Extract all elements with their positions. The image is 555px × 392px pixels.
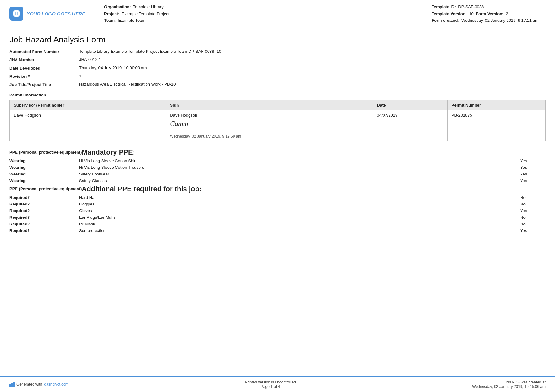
ppe-item-value: No [520, 222, 546, 226]
ppe-item-value: Yes [520, 208, 546, 213]
ppe-mandatory-heading-text: Mandatory PPE: [82, 148, 135, 156]
bar-chart-icon [9, 382, 15, 387]
form-version-label: Form Version: [476, 11, 503, 16]
revision-row: Revision # 1 [9, 74, 546, 79]
ppe-mandatory-label: PPE (Personal protective equipment) [9, 150, 82, 155]
page-label: Page 1 [261, 384, 273, 389]
ppe-additional-label: PPE (Personal protective equipment) [9, 187, 82, 191]
team-label: Team: [104, 18, 116, 23]
jha-number-label: JHA Number [9, 57, 79, 62]
version-line: Template Version: 10 Form Version: 2 [432, 11, 546, 17]
permit-col-number: Permit Number [447, 100, 545, 110]
ppe-item-value: No [520, 195, 546, 200]
jha-number-value: JHA-0012-1 [79, 57, 546, 62]
form-created-line: Form created: Wednesday, 02 January 2019… [432, 17, 546, 24]
sign-name: Dave Hodgson [170, 113, 197, 118]
ppe-additional-item: Required? Sun protection Yes [9, 228, 546, 233]
template-version-label: Template Version: [432, 11, 467, 16]
revision-label: Revision # [9, 74, 79, 79]
footer-center: Printed version is uncontrolled Page 1 o… [245, 380, 296, 389]
permit-table-header-row: Supervisor (Permit holder) Sign Date Per… [10, 100, 546, 110]
ppe-additional-heading-row: PPE (Personal protective equipment) Addi… [9, 185, 546, 193]
ppe-additional-heading-text: Additional PPE required for this job: [82, 185, 202, 193]
signature: Camm [170, 119, 369, 128]
automated-form-label: Automated Form Number [9, 49, 79, 54]
ppe-item-name: Ear Plugs/Ear Muffs [79, 215, 520, 220]
ppe-item-value: Yes [520, 178, 546, 183]
date-developed-row: Date Developed Thursday, 04 July 2019, 1… [9, 65, 546, 70]
job-title-value: Hazardous Area Electrical Rectification … [79, 82, 546, 87]
ppe-additional-item: Required? Ear Plugs/Ear Muffs No [9, 215, 546, 220]
permit-section-title: Permit Information [9, 93, 546, 97]
ppe-item-value: No [520, 215, 546, 220]
ppe-item-label: Wearing [9, 172, 79, 176]
permit-cell-number: PB-201875 [447, 110, 545, 141]
print-notice: Printed version is uncontrolled [245, 380, 296, 384]
org-label: Organisation: [104, 4, 131, 9]
ppe-mandatory-item: Wearing Hi Vis Long Sleeve Cotton Trouse… [9, 165, 546, 170]
ppe-mandatory-heading: Mandatory PPE: [82, 148, 546, 156]
ppe-additional-item: Required? Hard Hat No [9, 195, 546, 200]
page-footer: Generated with dashpivot.com Printed ver… [0, 376, 555, 392]
date-developed-label: Date Developed [9, 65, 79, 70]
ppe-item-value: Yes [520, 172, 546, 176]
page-number: Page 1 of 4 [245, 384, 296, 389]
ppe-item-name: Gloves [79, 208, 520, 213]
logo-icon [9, 7, 23, 21]
logo-text: YOUR LOGO GOES HERE [27, 11, 85, 16]
template-id-label: Template ID: [432, 4, 456, 9]
ppe-item-name: Hard Hat [79, 195, 520, 200]
ppe-additional-item: Required? Goggles No [9, 202, 546, 206]
org-value: Template Library [133, 4, 164, 9]
date-developed-value: Thursday, 04 July 2019, 10:00:00 am [79, 65, 546, 70]
team-line: Team: Example Team [104, 17, 425, 24]
ppe-item-name: Safety Footwear [79, 172, 520, 176]
header-org: Organisation: Template Library Project: … [91, 4, 425, 24]
dashpivot-link[interactable]: dashpivot.com [44, 382, 68, 387]
automated-form-row: Automated Form Number Template Library-E… [9, 49, 546, 54]
ppe-item-name: Sun protection [79, 228, 520, 233]
ppe-item-label: Wearing [9, 165, 79, 170]
ppe-item-value: Yes [520, 158, 546, 163]
ppe-item-label: Required? [9, 208, 79, 213]
template-version-value: 10 [469, 11, 473, 16]
form-version-value: 2 [506, 11, 508, 16]
ppe-item-name: Hi Vis Long Sleeve Cotton Trousers [79, 165, 520, 170]
ppe-mandatory-heading-row: PPE (Personal protective equipment) Mand… [9, 148, 546, 156]
permit-col-sign: Sign [166, 100, 373, 110]
ppe-item-name: Safety Glasses [79, 178, 520, 183]
logo-svg [12, 9, 21, 18]
ppe-item-label: Required? [9, 195, 79, 200]
template-id-value: DP-SAF-0038 [458, 4, 484, 9]
form-created-value: Wednesday, 02 January 2019, 9:17:11 am [461, 18, 539, 23]
project-label: Project: [104, 11, 119, 16]
automated-form-value: Template Library-Example Template Projec… [79, 49, 546, 54]
revision-value: 1 [79, 74, 546, 78]
ppe-item-name: Goggles [79, 202, 520, 206]
jha-number-row: JHA Number JHA-0012-1 [9, 57, 546, 62]
ppe-mandatory-items: Wearing Hi Vis Long Sleeve Cotton Shirt … [9, 158, 546, 183]
ppe-additional-section: PPE (Personal protective equipment) Addi… [9, 185, 546, 233]
ppe-mandatory-section: PPE (Personal protective equipment) Mand… [9, 148, 546, 183]
page-title: Job Hazard Analysis Form [9, 35, 546, 45]
project-line: Project: Example Template Project [104, 11, 425, 17]
ppe-additional-item: Required? Gloves Yes [9, 208, 546, 213]
logo-area: YOUR LOGO GOES HERE [9, 4, 85, 24]
ppe-item-value: Yes [520, 228, 546, 233]
ppe-item-label: Required? [9, 222, 79, 226]
ppe-item-name: Hi Vis Long Sleeve Cotton Shirt [79, 158, 520, 163]
pdf-created-label: This PDF was created at [472, 380, 546, 384]
template-id-line: Template ID: DP-SAF-0038 [432, 4, 546, 10]
permit-cell-supervisor: Dave Hodgson [10, 110, 166, 141]
team-value: Example Team [118, 18, 146, 23]
ppe-item-label: Required? [9, 215, 79, 220]
ppe-item-name: P2 Mask [79, 222, 520, 226]
job-title-row: Job Title/Project Title Hazardous Area E… [9, 82, 546, 87]
ppe-mandatory-item: Wearing Safety Glasses Yes [9, 178, 546, 183]
permit-cell-date: 04/07/2019 [373, 110, 448, 141]
ppe-mandatory-item: Wearing Safety Footwear Yes [9, 172, 546, 176]
ppe-additional-item: Required? P2 Mask No [9, 222, 546, 226]
org-line: Organisation: Template Library [104, 4, 425, 10]
sign-date: Wednesday, 02 January 2019, 9:19:59 am [170, 134, 241, 138]
ppe-item-label: Required? [9, 228, 79, 233]
